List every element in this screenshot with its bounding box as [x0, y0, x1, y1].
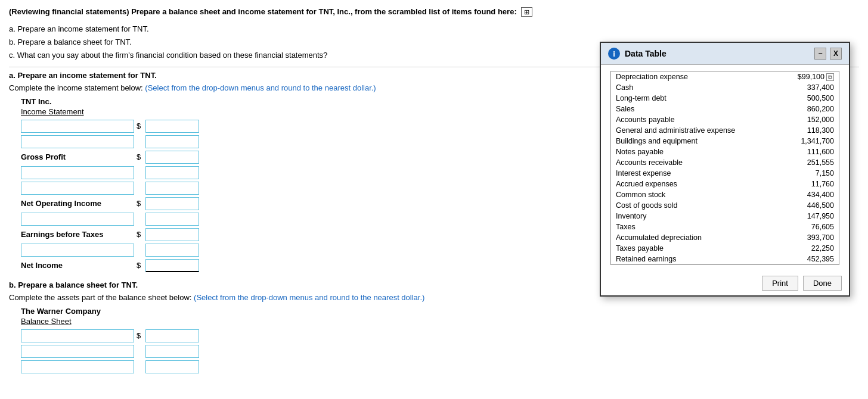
income-value-2[interactable] [145, 135, 199, 148]
table-cell-value: 11,760 [759, 179, 839, 189]
table-cell-label: Retained earnings [611, 254, 760, 265]
balance-row-1: $ [21, 329, 859, 342]
table-cell-value: $99,100⧉ [759, 71, 839, 83]
balance-value-1[interactable] [145, 329, 199, 342]
balance-instruction-note: (Select from the drop-down menus and rou… [194, 293, 424, 302]
minimize-button[interactable]: − [814, 48, 826, 60]
table-row: Notes payable111,600 [611, 146, 839, 157]
income-dropdown-5[interactable] [21, 213, 134, 226]
dollar-gp: $ [137, 152, 141, 161]
data-table: Depreciation expense$99,100⧉Cash337,400L… [610, 71, 839, 265]
earnings-before-taxes-value[interactable] [145, 228, 199, 241]
table-cell-value: 251,555 [759, 157, 839, 168]
income-dropdown-4[interactable] [21, 182, 134, 195]
table-cell-label: General and administrative expense [611, 125, 760, 136]
table-cell-value: 152,000 [759, 114, 839, 125]
net-income-value[interactable] [145, 259, 199, 272]
copy-icon[interactable]: ⧉ [826, 73, 834, 81]
print-button[interactable]: Print [762, 276, 798, 291]
table-cell-label: Accounts payable [611, 114, 760, 125]
net-operating-income-value[interactable] [145, 197, 199, 210]
modal-title: Data Table [625, 49, 814, 58]
table-cell-value: 434,400 [759, 189, 839, 200]
table-cell-label: Taxes payable [611, 243, 760, 254]
question-header: (Reviewing financial statements) Prepare… [9, 6, 859, 18]
table-cell-label: Cash [611, 82, 760, 93]
gross-profit-value[interactable] [145, 151, 199, 164]
table-cell-value: 7,150 [759, 168, 839, 179]
table-cell-value: 860,200 [759, 104, 839, 114]
net-income-label: Net Income [21, 261, 134, 270]
table-row: Retained earnings452,395 [611, 254, 839, 265]
income-value-5[interactable] [145, 213, 199, 226]
data-table-body: Depreciation expense$99,100⧉Cash337,400L… [611, 71, 839, 265]
close-button[interactable]: X [830, 48, 842, 60]
table-cell-label: Accumulated depreciation [611, 232, 760, 243]
table-cell-value: 76,605 [759, 222, 839, 232]
table-cell-label: Accrued expenses [611, 179, 760, 189]
income-value-3[interactable] [145, 166, 199, 179]
table-row: Sales860,200 [611, 104, 839, 114]
table-row: Taxes payable22,250 [611, 243, 839, 254]
table-cell-value: 393,700 [759, 232, 839, 243]
warner-company-name: The Warner Company [21, 307, 859, 316]
balance-sheet-title: Balance Sheet [21, 317, 859, 326]
instruction-text: Complete the income statement below: [9, 83, 143, 92]
table-row: Inventory147,950 [611, 211, 839, 222]
header-bold: (Reviewing financial statements) Prepare… [9, 7, 517, 16]
balance-dropdown-3[interactable] [21, 360, 134, 373]
sub-question-a: a. Prepare an income statement for TNT. [9, 23, 859, 36]
table-row: Accounts receivable251,555 [611, 157, 839, 168]
modal-body: Depreciation expense$99,100⧉Cash337,400L… [601, 65, 849, 271]
modal-header: i Data Table − X [601, 43, 849, 65]
table-cell-value: 118,300 [759, 125, 839, 136]
income-value-4[interactable] [145, 182, 199, 195]
dollar-1: $ [137, 121, 141, 130]
balance-value-3[interactable] [145, 360, 199, 373]
table-cell-label: Accounts receivable [611, 157, 760, 168]
table-row: Cash337,400 [611, 82, 839, 93]
balance-instruction-text: Complete the assets part of the balance … [9, 293, 191, 302]
income-dropdown-2[interactable] [21, 135, 134, 148]
net-operating-income-label: Net Operating Income [21, 199, 134, 208]
table-row: General and administrative expense118,30… [611, 125, 839, 136]
table-cell-label: Common stock [611, 189, 760, 200]
table-row: Accumulated depreciation393,700 [611, 232, 839, 243]
table-cell-label: Long-term debt [611, 93, 760, 104]
income-dropdown-3[interactable] [21, 166, 134, 179]
balance-form: $ $ $ [21, 329, 859, 373]
balance-value-2[interactable] [145, 345, 199, 358]
table-cell-value: 111,600 [759, 146, 839, 157]
table-cell-label: Depreciation expense [611, 71, 760, 83]
table-cell-value: 452,395 [759, 254, 839, 265]
balance-dropdown-2[interactable] [21, 345, 134, 358]
table-cell-label: Inventory [611, 211, 760, 222]
table-row: Long-term debt500,500 [611, 93, 839, 104]
income-value-6[interactable] [145, 244, 199, 257]
table-cell-value: 337,400 [759, 82, 839, 93]
table-row: Accounts payable152,000 [611, 114, 839, 125]
earnings-before-taxes-label: Earnings before Taxes [21, 230, 134, 239]
table-row: Accrued expenses11,760 [611, 179, 839, 189]
income-dropdown-1[interactable] [21, 120, 134, 133]
table-cell-value: 147,950 [759, 211, 839, 222]
gross-profit-label: Gross Profit [21, 152, 134, 161]
table-row: Common stock434,400 [611, 189, 839, 200]
modal-footer: Print Done [601, 271, 849, 295]
dollar-ebt: $ [137, 230, 141, 239]
table-row: Interest expense7,150 [611, 168, 839, 179]
balance-row-3: $ [21, 360, 859, 373]
table-cell-value: 1,341,700 [759, 136, 839, 146]
income-dropdown-6[interactable] [21, 244, 134, 257]
done-button[interactable]: Done [803, 276, 842, 291]
balance-dropdown-1[interactable] [21, 329, 134, 342]
table-row: Depreciation expense$99,100⧉ [611, 71, 839, 83]
income-value-1[interactable] [145, 120, 199, 133]
table-row: Buildings and equipment1,341,700 [611, 136, 839, 146]
balance-row-2: $ [21, 345, 859, 358]
table-cell-label: Notes payable [611, 146, 760, 157]
dollar-b1: $ [137, 331, 141, 340]
data-table-modal: i Data Table − X Depreciation expense$99… [600, 42, 850, 297]
table-icon[interactable]: ⊞ [521, 7, 532, 17]
table-cell-label: Buildings and equipment [611, 136, 760, 146]
